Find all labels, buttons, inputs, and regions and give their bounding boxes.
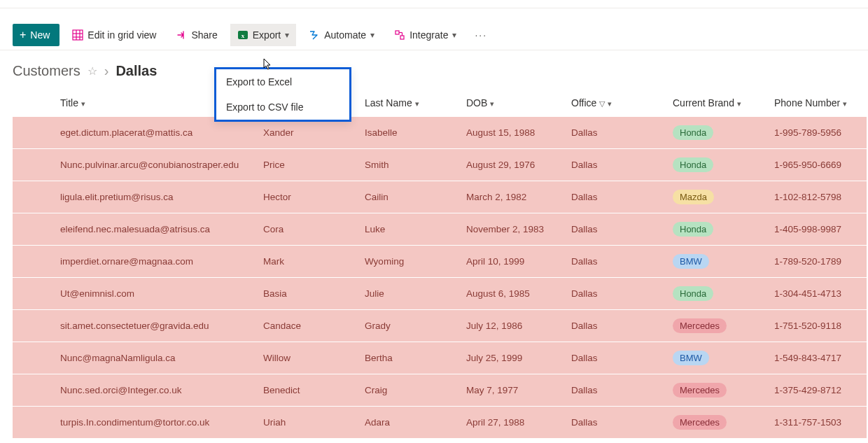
table-row[interactable]: Nunc.pulvinar.arcu@conubianostraper.eduP… — [13, 149, 867, 181]
table-row[interactable]: eget.dictum.placerat@mattis.caXanderIsab… — [13, 117, 867, 149]
cell-last: Julie — [359, 278, 461, 310]
svg-rect-0 — [73, 30, 83, 40]
cell-first: Price — [258, 149, 359, 181]
brand-pill: Mazda — [673, 190, 714, 204]
cell-brand: Honda — [667, 117, 769, 149]
brand-pill: Honda — [673, 157, 713, 172]
integrate-button[interactable]: Integrate ▾ — [387, 24, 463, 46]
cell-brand: Mercedes — [667, 407, 769, 439]
cell-phone: 1-995-789-5956 — [769, 117, 867, 149]
cell-dob: April 10, 1999 — [461, 246, 566, 278]
cell-last: Bertha — [359, 342, 461, 374]
cell-last: Cailin — [359, 181, 461, 213]
cell-brand: Honda — [667, 213, 769, 246]
cell-title[interactable]: Ut@enimnisl.com — [55, 278, 258, 310]
col-header-brand[interactable]: Current Brand▾ — [667, 90, 769, 117]
table-row[interactable]: Nunc.sed.orci@Integer.co.ukBenedictCraig… — [13, 374, 867, 407]
cell-dob: April 27, 1988 — [461, 407, 566, 439]
automate-label: Automate — [324, 29, 366, 41]
brand-pill: Mercedes — [673, 415, 727, 430]
cell-dob: August 29, 1976 — [461, 149, 566, 181]
brand-pill: BMW — [673, 351, 709, 365]
cell-office: Dallas — [566, 149, 667, 181]
cell-last: Craig — [359, 374, 461, 407]
brand-pill: BMW — [673, 254, 709, 269]
col-header-last[interactable]: Last Name▾ — [359, 90, 461, 117]
grid-icon — [72, 29, 83, 41]
chevron-down-icon: ▾ — [452, 30, 456, 40]
table-row[interactable]: turpis.In.condimentum@tortor.co.ukUriahA… — [13, 407, 867, 439]
cell-first: Mark — [258, 246, 359, 278]
cell-phone: 1-102-812-5798 — [769, 181, 867, 213]
cell-brand: Honda — [667, 278, 769, 310]
cell-brand: BMW — [667, 342, 769, 374]
cell-phone: 1-375-429-8712 — [769, 374, 867, 407]
cell-office: Dallas — [566, 181, 667, 213]
cell-phone: 1-304-451-4713 — [769, 278, 867, 310]
cell-title[interactable]: eleifend.nec.malesuada@atrisus.ca — [55, 213, 258, 246]
col-header-office[interactable]: Office▽▾ — [566, 90, 667, 117]
table-row[interactable]: Nunc@magnaNamligula.caWillowBerthaJuly 2… — [13, 342, 867, 374]
col-header-dob[interactable]: DOB▾ — [461, 90, 566, 117]
cell-title[interactable]: sit.amet.consectetuer@gravida.edu — [55, 310, 258, 342]
export-dropdown: Export to Excel Export to CSV file — [214, 67, 351, 122]
cell-brand: Mazda — [667, 181, 769, 213]
cell-last: Adara — [359, 407, 461, 439]
cell-first: Hector — [258, 181, 359, 213]
command-bar: + New Edit in grid view Share x Export ▾… — [0, 20, 868, 50]
new-button-label: New — [30, 29, 50, 41]
export-csv-item[interactable]: Export to CSV file — [216, 94, 349, 120]
cell-first: Willow — [258, 342, 359, 374]
breadcrumb: Customers ☆ › Dallas — [0, 50, 868, 82]
export-button[interactable]: x Export ▾ — [230, 24, 296, 46]
excel-icon: x — [237, 29, 248, 41]
cell-brand: Mercedes — [667, 310, 769, 342]
cell-last: Grady — [359, 310, 461, 342]
plus-icon: + — [20, 29, 26, 41]
share-label: Share — [191, 29, 217, 41]
svg-text:x: x — [241, 32, 245, 39]
new-button[interactable]: + New — [13, 24, 59, 46]
cell-title[interactable]: turpis.In.condimentum@tortor.co.uk — [55, 407, 258, 439]
list-table: Title▾ First Name▾ Last Name▾ DOB▾ Offic… — [13, 90, 867, 439]
export-excel-item[interactable]: Export to Excel — [216, 69, 349, 94]
cell-office: Dallas — [566, 117, 667, 149]
automate-button[interactable]: Automate ▾ — [302, 24, 382, 46]
table-row[interactable]: imperdiet.ornare@magnaa.comMarkWyomingAp… — [13, 246, 867, 278]
table-row[interactable]: ligula.elit.pretium@risus.caHectorCailin… — [13, 181, 867, 213]
chevron-down-icon: ▾ — [608, 99, 612, 108]
cell-title[interactable]: Nunc.sed.orci@Integer.co.uk — [55, 374, 258, 407]
breadcrumb-current: Dallas — [115, 63, 157, 79]
cell-office: Dallas — [566, 342, 667, 374]
filter-icon: ▽ — [599, 99, 605, 108]
cell-brand: Honda — [667, 149, 769, 181]
brand-pill: Mercedes — [673, 318, 727, 333]
brand-pill: Honda — [673, 125, 713, 140]
cell-brand: BMW — [667, 246, 769, 278]
more-button[interactable]: ··· — [469, 29, 493, 41]
cell-first: Candace — [258, 310, 359, 342]
table-row[interactable]: Ut@enimnisl.comBasiaJulieAugust 6, 1985D… — [13, 278, 867, 310]
breadcrumb-root[interactable]: Customers — [13, 63, 80, 79]
share-button[interactable]: Share — [169, 24, 224, 46]
chevron-down-icon: ▾ — [490, 99, 494, 108]
svg-rect-7 — [396, 31, 399, 34]
chevron-down-icon: ▾ — [285, 30, 289, 40]
col-header-phone[interactable]: Phone Number▾ — [769, 90, 867, 117]
cell-title[interactable]: Nunc@magnaNamligula.ca — [55, 342, 258, 374]
cell-dob: November 2, 1983 — [461, 213, 566, 246]
cell-title[interactable]: ligula.elit.pretium@risus.ca — [55, 181, 258, 213]
brand-pill: Honda — [673, 222, 713, 237]
favorite-star-icon[interactable]: ☆ — [88, 64, 97, 78]
cell-last: Isabelle — [359, 117, 461, 149]
cell-phone: 1-751-520-9118 — [769, 310, 867, 342]
table-row[interactable]: eleifend.nec.malesuada@atrisus.caCoraLuk… — [13, 213, 867, 246]
cell-title[interactable]: Nunc.pulvinar.arcu@conubianostraper.edu — [55, 149, 258, 181]
edit-grid-button[interactable]: Edit in grid view — [65, 24, 163, 46]
svg-rect-8 — [400, 36, 404, 39]
brand-pill: Mercedes — [673, 383, 727, 398]
chevron-down-icon: ▾ — [370, 30, 374, 40]
table-row[interactable]: sit.amet.consectetuer@gravida.eduCandace… — [13, 310, 867, 342]
cell-dob: May 7, 1977 — [461, 374, 566, 407]
cell-title[interactable]: imperdiet.ornare@magnaa.com — [55, 246, 258, 278]
